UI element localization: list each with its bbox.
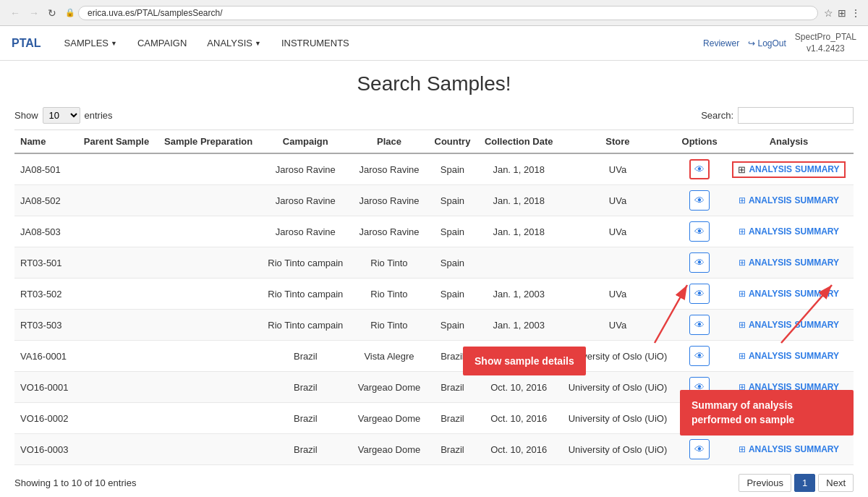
cell-country: Spain: [427, 279, 477, 310]
cell-country: Spain: [427, 185, 477, 216]
table-row: RT03-502 Rio Tinto campain Rio Tinto Spa…: [14, 279, 854, 310]
cell-store: University of Oslo (UiO): [561, 341, 676, 372]
back-button[interactable]: ←: [7, 6, 23, 20]
summary-link[interactable]: SUMMARY: [794, 413, 839, 423]
entries-select[interactable]: 10 25 50 100: [43, 107, 80, 124]
cell-name: VO16-0002: [14, 403, 77, 434]
cell-options: 👁: [675, 279, 724, 310]
cell-date: Jan. 1, 2003: [477, 279, 561, 310]
view-sample-button[interactable]: 👁: [689, 315, 710, 335]
view-sample-button[interactable]: 👁: [689, 159, 710, 179]
summary-link[interactable]: SUMMARY: [794, 382, 839, 392]
next-button[interactable]: Next: [818, 474, 854, 492]
url-bar[interactable]: erica.uva.es/PTAL/samplesSearch/: [78, 6, 818, 20]
extensions-icon[interactable]: ⊞: [838, 7, 846, 19]
browser-navigation[interactable]: ← → ↻: [7, 6, 59, 20]
cell-date: Jan. 1, 2003: [477, 310, 561, 341]
forward-button[interactable]: →: [26, 6, 42, 20]
nav-analysis[interactable]: ANALYSIS ▼: [198, 33, 270, 53]
cell-analysis: ⊞ ANALYSIS SUMMARY: [724, 310, 854, 341]
analysis-link[interactable]: ANALYSIS: [749, 413, 792, 423]
previous-button[interactable]: Previous: [739, 474, 791, 492]
cell-place: Rio Tinto: [351, 310, 428, 341]
cell-campaign: Jaroso Ravine: [260, 153, 351, 185]
menu-icon[interactable]: ⋮: [851, 7, 861, 19]
analysis-link[interactable]: ANALYSIS: [749, 382, 792, 392]
page-1-button[interactable]: 1: [794, 474, 815, 492]
col-place[interactable]: Place: [351, 130, 428, 154]
cell-campaign: Brazil: [260, 341, 351, 372]
cell-campaign: Rio Tinto campain: [260, 310, 351, 341]
summary-link[interactable]: SUMMARY: [794, 320, 839, 330]
summary-link[interactable]: SUMMARY: [794, 444, 839, 454]
cell-place: Vargeao Dome: [351, 372, 428, 403]
analysis-link[interactable]: ANALYSIS: [749, 195, 792, 205]
entries-label: entries: [85, 110, 113, 121]
col-date[interactable]: Collection Date: [477, 130, 561, 154]
summary-link[interactable]: SUMMARY: [794, 226, 839, 237]
col-parent[interactable]: Parent Sample: [77, 130, 157, 154]
cell-options: 👁: [675, 341, 724, 372]
view-sample-button[interactable]: 👁: [689, 408, 710, 428]
cell-date: [477, 247, 561, 279]
col-store[interactable]: Store: [561, 130, 676, 154]
pagination: Previous 1 Next: [739, 474, 854, 492]
analysis-link[interactable]: ANALYSIS: [749, 258, 792, 268]
analysis-link[interactable]: ANALYSIS: [749, 289, 792, 299]
summary-link[interactable]: SUMMARY: [794, 351, 839, 361]
col-name[interactable]: Name: [14, 130, 77, 154]
view-sample-button[interactable]: 👁: [689, 284, 710, 304]
summary-link[interactable]: SUMMARY: [794, 289, 839, 299]
table-row: VO16-0003 Brazil Vargeao Dome Brazil Oct…: [14, 434, 854, 465]
analysis-grid-icon: ⊞: [739, 444, 746, 454]
table-row: JA08-502 Jaroso Ravine Jaroso Ravine Spa…: [14, 185, 854, 216]
cell-analysis: ⊞ ANALYSIS SUMMARY: [724, 185, 854, 216]
cell-campaign: Brazil: [260, 372, 351, 403]
analysis-link[interactable]: ANALYSIS: [749, 226, 792, 237]
cell-store: UVa: [561, 279, 676, 310]
refresh-button[interactable]: ↻: [45, 6, 59, 20]
samples-dropdown-arrow: ▼: [111, 40, 117, 47]
analysis-grid-icon: ⊞: [739, 226, 746, 237]
show-label: Show: [14, 110, 38, 121]
analysis-link[interactable]: ANALYSIS: [749, 444, 792, 454]
col-campaign[interactable]: Campaign: [260, 130, 351, 154]
search-box: Search:: [701, 107, 854, 124]
reviewer-link[interactable]: Reviewer: [703, 38, 739, 48]
view-sample-button[interactable]: 👁: [689, 190, 710, 211]
nav-samples[interactable]: SAMPLES ▼: [56, 33, 126, 53]
cell-options: 👁: [675, 216, 724, 247]
col-analysis[interactable]: Analysis: [724, 130, 854, 154]
nav-campaign[interactable]: CAMPAIGN: [129, 33, 195, 53]
summary-link[interactable]: SUMMARY: [794, 258, 839, 268]
view-sample-button[interactable]: 👁: [689, 377, 710, 397]
cell-store: UVa: [561, 216, 676, 247]
col-country[interactable]: Country: [427, 130, 477, 154]
cell-date: Oct. 10, 2016: [477, 341, 561, 372]
view-sample-button[interactable]: 👁: [689, 221, 710, 242]
analysis-link[interactable]: ANALYSIS: [749, 164, 792, 174]
cell-campaign: Rio Tinto campain: [260, 279, 351, 310]
nav-instruments[interactable]: INSTRUMENTS: [273, 33, 358, 53]
view-sample-button[interactable]: 👁: [689, 346, 710, 366]
view-sample-button[interactable]: 👁: [689, 439, 710, 459]
col-prep[interactable]: Sample Preparation: [156, 130, 260, 154]
cell-place: Jaroso Ravine: [351, 185, 428, 216]
summary-link[interactable]: SUMMARY: [795, 164, 840, 174]
cell-analysis: ⊞ ANALYSIS SUMMARY: [724, 153, 854, 185]
cell-prep: [156, 434, 260, 465]
analysis-link[interactable]: ANALYSIS: [749, 320, 792, 330]
logout-link[interactable]: ↪ LogOut: [748, 38, 786, 48]
analysis-dropdown-arrow: ▼: [255, 40, 261, 47]
bookmark-icon[interactable]: ☆: [824, 7, 833, 19]
col-options[interactable]: Options: [675, 130, 724, 154]
analysis-link[interactable]: ANALYSIS: [749, 351, 792, 361]
view-sample-button[interactable]: 👁: [689, 252, 710, 273]
summary-link[interactable]: SUMMARY: [794, 195, 839, 205]
cell-parent: [77, 341, 157, 372]
cell-analysis: ⊞ ANALYSIS SUMMARY: [724, 403, 854, 434]
cell-campaign: Brazil: [260, 403, 351, 434]
analysis-grid-icon: ⊞: [739, 320, 746, 330]
cell-place: Vargeao Dome: [351, 403, 428, 434]
search-input[interactable]: [738, 107, 854, 124]
